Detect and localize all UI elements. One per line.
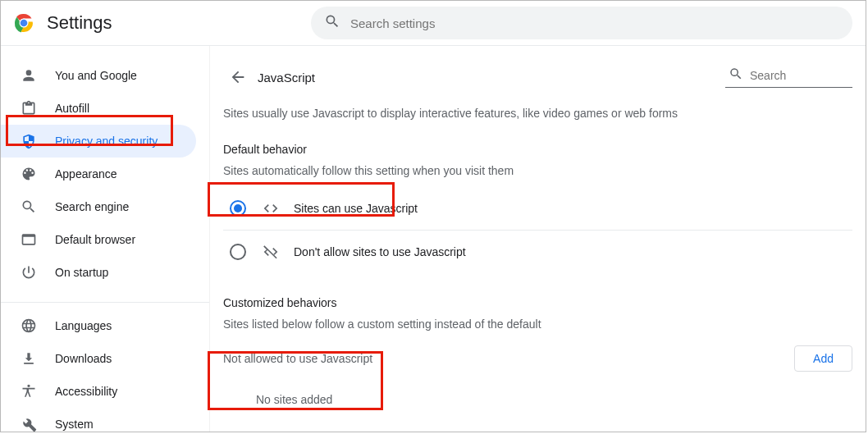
sidebar: You and Google Autofill Privacy and secu… [1,46,210,432]
sidebar-item-label: Languages [55,319,112,332]
sidebar-item-label: Autofill [55,102,89,115]
back-button[interactable] [223,62,253,92]
global-search[interactable] [311,7,852,39]
accessibility-icon [21,383,37,400]
no-sites-text: No sites added [223,393,852,406]
sidebar-item-privacy-security[interactable]: Privacy and security [1,125,196,158]
option-block-label: Don't allow sites to use Javascript [294,245,466,258]
code-icon [263,200,279,217]
main-content: JavaScript Sites usually use Javascript … [210,46,866,432]
default-behavior-title: Default behavior [223,143,852,156]
sidebar-item-label: Downloads [55,352,112,365]
custom-behaviors-sub: Sites listed below follow a custom setti… [223,318,852,331]
page-title: JavaScript [258,71,315,85]
search-icon [21,199,37,215]
option-block-javascript[interactable]: Don't allow sites to use Javascript [223,231,852,273]
sidebar-item-downloads[interactable]: Downloads [1,342,196,375]
global-search-input[interactable] [350,16,839,30]
sidebar-item-system[interactable]: System [1,408,196,434]
person-icon [21,67,37,84]
sidebar-item-label: On startup [55,266,108,279]
sidebar-item-label: Search engine [55,200,129,213]
sidebar-item-label: System [55,418,94,431]
default-behavior-sub: Sites automatically follow this setting … [223,164,852,177]
sidebar-item-on-startup[interactable]: On startup [1,256,196,289]
clipboard-icon [21,100,37,116]
sidebar-item-label: You and Google [55,69,137,82]
shield-icon [21,133,37,149]
sidebar-item-label: Privacy and security [55,135,158,148]
sidebar-item-default-browser[interactable]: Default browser [1,223,196,256]
svg-point-2 [21,20,28,27]
sidebar-item-search-engine[interactable]: Search engine [1,190,196,223]
page-search[interactable] [725,66,852,88]
palette-icon [21,166,37,182]
radio-unchecked-icon [230,244,246,260]
search-icon [729,66,743,85]
power-icon [21,264,37,281]
download-icon [21,350,37,367]
sidebar-item-autofill[interactable]: Autofill [1,92,196,125]
wrench-icon [21,416,37,432]
sidebar-item-accessibility[interactable]: Accessibility [1,375,196,408]
page-description: Sites usually use Javascript to display … [223,107,852,120]
sidebar-item-label: Default browser [55,233,135,246]
search-icon [324,13,340,33]
globe-icon [21,318,37,334]
sidebar-item-languages[interactable]: Languages [1,309,196,342]
browser-icon [21,231,37,248]
app-header: Settings [1,1,866,46]
app-title: Settings [47,12,112,34]
option-allow-label: Sites can use Javascript [294,202,418,215]
not-allowed-title: Not allowed to use Javascript [223,352,372,365]
sidebar-item-you-and-google[interactable]: You and Google [1,59,196,92]
sidebar-item-label: Appearance [55,167,117,180]
page-search-input[interactable] [750,69,849,82]
sidebar-divider [1,302,209,303]
sidebar-item-appearance[interactable]: Appearance [1,158,196,190]
sidebar-item-label: Accessibility [55,385,117,398]
chrome-logo-icon [14,13,34,33]
custom-behaviors-title: Customized behaviors [223,296,852,309]
radio-checked-icon [230,200,246,217]
option-allow-javascript[interactable]: Sites can use Javascript [223,187,852,230]
add-site-button[interactable]: Add [794,345,852,372]
code-off-icon [263,244,279,260]
